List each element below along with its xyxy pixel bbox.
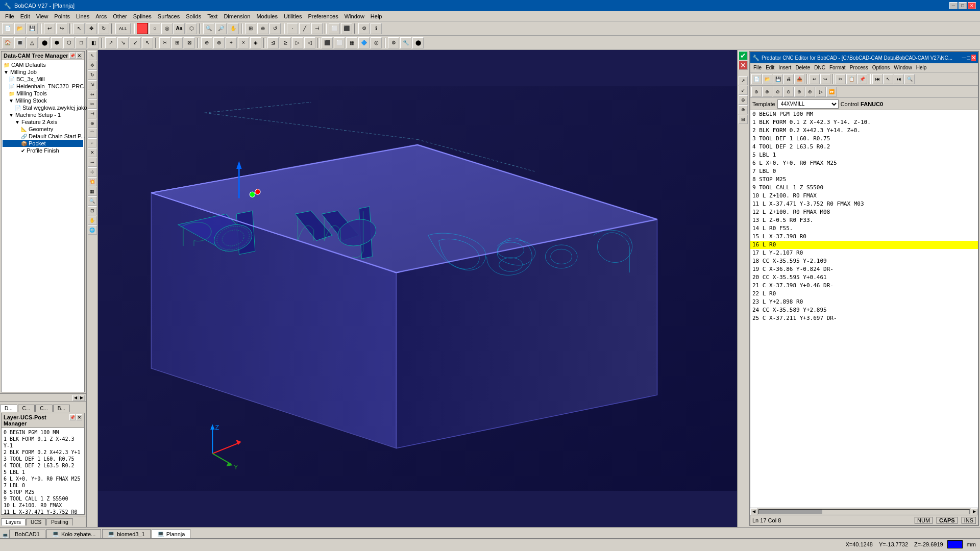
cnc-max-btn[interactable]: □: [967, 55, 970, 61]
cnc-tb2-8[interactable]: ⏩: [826, 87, 837, 97]
tree-item-chain-start[interactable]: 🔗 Default Chain Start P...: [3, 133, 83, 140]
tb-select[interactable]: ↖: [74, 23, 85, 34]
vt-right-5[interactable]: ⊕: [739, 95, 748, 105]
cnc-menu-dnc[interactable]: DNC: [812, 64, 827, 71]
tb-info[interactable]: ℹ: [371, 23, 382, 34]
cnc-tb-cut[interactable]: ✂: [836, 74, 846, 84]
cnc-menu-options[interactable]: Options: [870, 64, 892, 71]
cnc-tb2-2[interactable]: ⊗: [762, 87, 772, 97]
cnc-tb2-3[interactable]: ⊘: [773, 87, 783, 97]
tb-settings[interactable]: ⚙: [358, 23, 370, 34]
tb-line[interactable]: ╱: [299, 23, 310, 34]
cnc-tb-save[interactable]: 💾: [773, 74, 783, 84]
tb2-28[interactable]: ◎: [371, 37, 382, 48]
menu-lines[interactable]: Lines: [73, 12, 92, 20]
tb2-31[interactable]: ⬤: [412, 37, 424, 48]
vt-offset[interactable]: ⊕: [88, 119, 97, 128]
menu-other[interactable]: Other: [110, 12, 130, 20]
tree-item-stal[interactable]: 📄 Stal węglowa zwykłej jako: [3, 104, 83, 111]
cnc-code-line[interactable]: 11 L X-37.471 Y-3.752 R0 FMAX M03: [750, 200, 978, 208]
tree-pin-btn[interactable]: 📌: [69, 53, 76, 59]
tree-scroll-left[interactable]: ◀: [72, 395, 79, 401]
tb2-5[interactable]: ⬢: [51, 37, 62, 48]
tb-circle2[interactable]: ◎: [161, 23, 173, 34]
bottom-panel-pin[interactable]: 📌: [69, 414, 76, 420]
vt-explode[interactable]: 💥: [88, 177, 97, 186]
tb2-25[interactable]: ⬜: [334, 37, 345, 48]
tb-move[interactable]: ✥: [86, 23, 97, 34]
tree-item-geometry[interactable]: 📐 Geometry: [3, 126, 83, 133]
tb-new[interactable]: 📄: [2, 23, 13, 34]
vt-trim[interactable]: ✂: [88, 99, 97, 109]
hscroll-left-btn[interactable]: ◀: [750, 508, 757, 515]
cnc-code-line[interactable]: 13 L Z-0.5 R0 F33.: [750, 216, 978, 224]
cnc-tb2-4[interactable]: ⊙: [783, 87, 794, 97]
vt-scale[interactable]: ⇲: [88, 80, 97, 89]
tb-save[interactable]: 💾: [27, 23, 38, 34]
cnc-tb-cursor[interactable]: ↖: [883, 74, 893, 84]
cnc-code-line[interactable]: 23 L Y+2.898 R0: [750, 298, 978, 306]
menu-help[interactable]: Help: [368, 12, 385, 20]
tb-open[interactable]: 📂: [14, 23, 26, 34]
tb-point[interactable]: ·: [287, 23, 298, 34]
cnc-content[interactable]: 0 BEGIN PGM 100 MM 1 BLK FORM 0.1 Z X-42…: [750, 110, 978, 508]
cnc-menu-delete[interactable]: Delete: [793, 64, 812, 71]
cnc-code-line[interactable]: 7 LBL 0: [750, 167, 978, 176]
cnc-tb-new[interactable]: 📄: [751, 74, 762, 84]
tab-layers[interactable]: Layers: [1, 518, 26, 525]
tab-posting[interactable]: Posting: [46, 518, 72, 525]
cnc-min-btn[interactable]: ─: [962, 55, 966, 61]
tb2-6[interactable]: ⬡: [63, 37, 75, 48]
cnc-code-line[interactable]: 3 TOOL DEF 1 L60. R0.75: [750, 135, 978, 143]
vt-break[interactable]: ⊸: [88, 158, 97, 167]
cnc-tb2-5[interactable]: ⊚: [794, 87, 804, 97]
tb2-2[interactable]: 🔳: [14, 37, 26, 48]
cnc-code-line[interactable]: 5 LBL 1: [750, 151, 978, 159]
menu-view[interactable]: View: [33, 12, 52, 20]
tb-circle[interactable]: ○: [149, 23, 160, 34]
tb-rotate[interactable]: ↻: [98, 23, 109, 34]
tree-item-bc3x[interactable]: 📄 BC_3x_Mill: [3, 76, 83, 83]
cnc-menu-window[interactable]: Window: [892, 64, 914, 71]
template-select[interactable]: 44XVMILL: [777, 99, 839, 109]
vt-mirror[interactable]: ⇔: [88, 90, 97, 99]
tb2-10[interactable]: ↘: [117, 37, 129, 48]
cnc-tb-print[interactable]: 🖨: [783, 74, 794, 84]
tb2-27[interactable]: 🔷: [358, 37, 370, 48]
bottom-panel-close[interactable]: ✕: [76, 414, 82, 420]
panel-tab-b[interactable]: B...: [53, 405, 70, 412]
tab-plannja[interactable]: 💻 Plannja: [152, 529, 191, 538]
cnc-menu-insert[interactable]: Insert: [776, 64, 793, 71]
vt-3d-view[interactable]: 🌐: [88, 226, 97, 235]
tree-item-milling-job[interactable]: ▼ Milling Job: [3, 68, 83, 76]
tree-item-profile-finish[interactable]: ✔ Profile Finish: [3, 147, 83, 154]
vt-arrow[interactable]: ↖: [88, 51, 97, 60]
tab-kolo-zebate[interactable]: 💻 Koło zębate...: [46, 529, 101, 538]
close-btn[interactable]: ✕: [968, 2, 976, 9]
vt-right-7[interactable]: ⊞: [739, 115, 748, 124]
menu-modules[interactable]: Modules: [253, 12, 281, 20]
tb2-16[interactable]: ⊗: [213, 37, 225, 48]
vt-extend[interactable]: ⊣: [88, 109, 97, 118]
tb2-12[interactable]: ↖: [142, 37, 153, 48]
vt-fillet[interactable]: ⌒: [88, 129, 97, 138]
cnc-tb-find[interactable]: 🔍: [904, 74, 915, 84]
menu-utilities[interactable]: Utilities: [281, 12, 305, 20]
tb2-1[interactable]: 🏠: [2, 37, 13, 48]
tree-item-milling-tools[interactable]: 📁 Milling Tools: [3, 90, 83, 97]
vt-zoom-window[interactable]: 🔍: [88, 196, 97, 206]
menu-window[interactable]: Window: [341, 12, 368, 20]
vt-right-1[interactable]: ✔: [739, 51, 748, 60]
menu-splines[interactable]: Splines: [130, 12, 155, 20]
vt-hatch[interactable]: ▦: [88, 187, 97, 196]
vt-pan[interactable]: ✋: [88, 216, 97, 225]
cnc-tb-redo[interactable]: ↪: [820, 74, 830, 84]
tab-bobcad1[interactable]: BobCAD1: [9, 530, 45, 538]
menu-dimension[interactable]: Dimension: [220, 12, 253, 20]
tb2-19[interactable]: ◈: [250, 37, 261, 48]
vt-right-4[interactable]: ↙: [739, 86, 748, 95]
tb2-24[interactable]: ⬛: [322, 37, 333, 48]
hscroll-track[interactable]: [758, 509, 970, 514]
panel-tab-d[interactable]: D...: [0, 405, 17, 412]
tree-item-feature2axis[interactable]: ▼ Feature 2 Axis: [3, 118, 83, 126]
